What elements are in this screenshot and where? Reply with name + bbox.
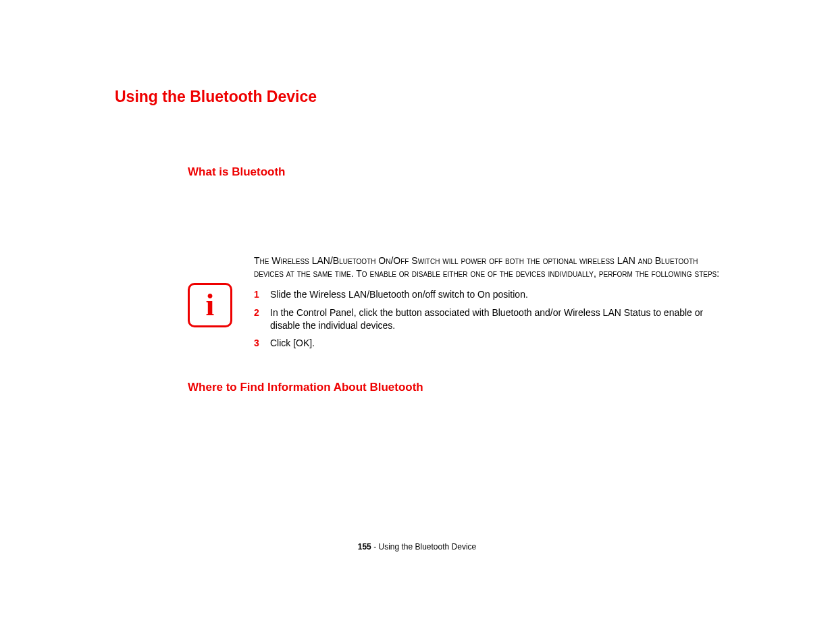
step-item: 1 Slide the Wireless LAN/Bluetooth on/of… <box>254 288 726 301</box>
step-item: 2 In the Control Panel, click the button… <box>254 306 726 332</box>
info-intro-text: The Wireless LAN/Bluetooth On/Off Switch… <box>254 254 726 280</box>
info-icon-container: i <box>188 283 232 327</box>
section-heading-where-to-find: Where to Find Information About Bluetoot… <box>188 381 726 394</box>
step-number: 3 <box>254 337 270 350</box>
step-text: Slide the Wireless LAN/Bluetooth on/off … <box>270 288 726 301</box>
page-number: 155 <box>358 542 371 552</box>
step-number: 2 <box>254 306 270 332</box>
info-content: The Wireless LAN/Bluetooth On/Off Switch… <box>254 254 726 355</box>
page-footer: 155 - Using the Bluetooth Device <box>0 542 834 552</box>
footer-separator: - <box>371 542 379 552</box>
section-heading-what-is-bluetooth: What is Bluetooth <box>188 165 726 179</box>
page-title: Using the Bluetooth Device <box>115 88 726 106</box>
info-note-block: i The Wireless LAN/Bluetooth On/Off Swit… <box>188 254 726 355</box>
step-text: Click [OK]. <box>270 337 726 350</box>
footer-label: Using the Bluetooth Device <box>378 542 476 552</box>
document-page: Using the Bluetooth Device What is Bluet… <box>0 0 834 394</box>
step-text: In the Control Panel, click the button a… <box>270 306 726 332</box>
step-item: 3 Click [OK]. <box>254 337 726 350</box>
step-number: 1 <box>254 288 270 301</box>
steps-list: 1 Slide the Wireless LAN/Bluetooth on/of… <box>254 288 726 350</box>
info-icon: i <box>188 283 232 327</box>
